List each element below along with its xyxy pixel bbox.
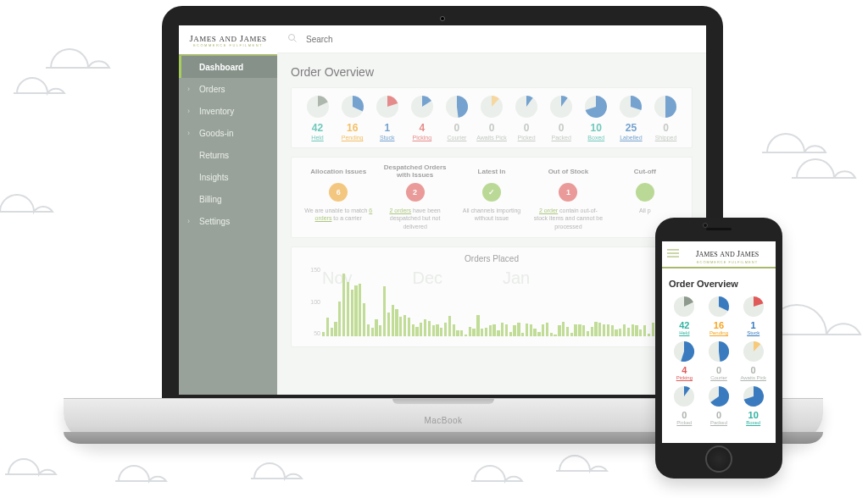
- status-link[interactable]: 2 orders: [389, 208, 411, 213]
- overview-item-awaits[interactable]: 0Awaits Pick: [474, 95, 509, 141]
- phone-overview-label: Packed: [710, 420, 727, 425]
- bar: [546, 323, 548, 336]
- svg-point-0: [289, 35, 295, 41]
- brand-logo[interactable]: JAMES AND JAMES ECOMMERCE FULFILMENT: [179, 25, 277, 56]
- phone-overview-item[interactable]: 4Picking: [669, 340, 700, 380]
- search-input[interactable]: [304, 34, 696, 45]
- phone-overview-item[interactable]: 0Awaits Pick: [737, 340, 769, 380]
- overview-item-stuck[interactable]: 1Stuck: [370, 95, 404, 141]
- bar: [603, 324, 605, 336]
- overview-label: Held: [311, 135, 323, 141]
- status-link[interactable]: 6 orders: [315, 208, 373, 221]
- overview-item-picked[interactable]: 0Picked: [509, 95, 544, 141]
- chevron-right-icon: ›: [187, 85, 194, 93]
- status-text: 2 order contain out-of-stock items and c…: [533, 207, 603, 230]
- phone-overview-label: Pending: [709, 330, 728, 335]
- bar: [485, 328, 487, 336]
- bar: [521, 333, 524, 337]
- bar: [465, 335, 467, 337]
- overview-label: Awaits Pick: [476, 135, 507, 141]
- y-tick: 100: [300, 299, 320, 305]
- laptop-camera: [440, 16, 445, 21]
- status-link[interactable]: 2 order: [539, 208, 558, 213]
- phone-overview-label: Awaits Pick: [740, 375, 766, 380]
- status-out-of-stock: Out of Stock12 order contain out-of-stoc…: [530, 164, 606, 230]
- phone-home-button[interactable]: [705, 445, 732, 473]
- bar: [652, 323, 654, 336]
- overview-value: 0: [663, 122, 669, 134]
- phone-overview-item[interactable]: 16Pending: [704, 296, 735, 335]
- overview-label: Picked: [518, 135, 536, 141]
- sidebar-item-orders[interactable]: ›Orders: [179, 78, 277, 100]
- overview-label: Picking: [413, 135, 432, 141]
- bar: [513, 325, 515, 336]
- overview-label: Labelled: [620, 135, 642, 141]
- overview-item-labelled[interactable]: 25Labelled: [614, 95, 648, 141]
- phone-overview-item[interactable]: 1Stuck: [737, 296, 769, 335]
- phone-overview-item[interactable]: 10Boxed: [737, 385, 769, 425]
- sidebar-item-goods-in[interactable]: ›Goods-in: [179, 122, 277, 144]
- bar: [326, 318, 329, 336]
- overview-label: Packed: [552, 135, 571, 141]
- status-title: Cut-off: [610, 164, 680, 178]
- status-badge: ✓: [482, 183, 501, 202]
- bar: [387, 313, 390, 337]
- overview-item-picking[interactable]: 4Picking: [404, 95, 439, 141]
- bar: [448, 316, 451, 336]
- phone-overview-item[interactable]: 42Held: [669, 296, 700, 335]
- brand-tagline: ECOMMERCE FULFILMENT: [193, 43, 263, 47]
- overview-value: 0: [559, 122, 565, 134]
- phone-overview-item[interactable]: 0Courier: [704, 340, 735, 380]
- sidebar-item-insights[interactable]: Insights: [179, 166, 277, 188]
- overview-item-shipped[interactable]: 0Shipped: [648, 95, 683, 141]
- phone-overview-item[interactable]: 0Picked: [669, 385, 700, 425]
- status-badge: 2: [406, 183, 425, 202]
- bar: [412, 324, 415, 337]
- overview-item-pending[interactable]: 16Pending: [335, 95, 370, 141]
- overview-item-boxed[interactable]: 10Boxed: [579, 95, 614, 141]
- bar: [639, 329, 642, 336]
- bar: [347, 282, 349, 337]
- phone-overview-value: 42: [679, 320, 689, 330]
- bar: [505, 324, 508, 336]
- bar: [635, 325, 637, 336]
- sidebar-item-label: Inventory: [199, 107, 234, 116]
- hamburger-icon[interactable]: [667, 248, 679, 261]
- phone-overview-value: 0: [716, 410, 721, 420]
- status-text: We are unable to match 6 orders to a car…: [303, 207, 373, 223]
- bar: [432, 325, 435, 336]
- chart-title: Orders Placed: [300, 254, 683, 263]
- chart-bars: [322, 274, 683, 336]
- sidebar-item-billing[interactable]: Billing: [179, 188, 277, 210]
- overview-value: 16: [347, 122, 358, 134]
- bar: [444, 323, 447, 336]
- bar: [607, 324, 609, 336]
- status-badge: [636, 183, 654, 202]
- phone-header: JAMES AND JAMES ECOMMERCE FULFILMENT: [662, 241, 776, 268]
- bar: [322, 332, 325, 337]
- sidebar-item-label: Settings: [199, 217, 230, 226]
- bar: [354, 285, 357, 336]
- bar: [456, 330, 459, 336]
- phone-overview-value: 0: [716, 365, 721, 375]
- phone-overview-grid: 42Held16Pending1Stuck4Picking0Courier0Aw…: [669, 296, 769, 425]
- status-text: All p: [610, 207, 680, 214]
- sidebar-item-inventory[interactable]: ›Inventory: [179, 100, 277, 122]
- page-title: Order Overview: [291, 65, 693, 79]
- overview-item-packed[interactable]: 0Packed: [544, 95, 579, 141]
- bar: [566, 327, 569, 336]
- bar: [594, 322, 597, 337]
- bar: [440, 328, 442, 336]
- bar: [338, 302, 341, 337]
- sidebar-item-returns[interactable]: Returns: [179, 144, 277, 166]
- overview-item-held[interactable]: 42Held: [300, 95, 335, 141]
- phone-overview-item[interactable]: 0Packed: [704, 385, 735, 425]
- bar: [375, 319, 377, 337]
- sidebar-item-dashboard[interactable]: Dashboard: [179, 56, 277, 78]
- y-tick: 150: [300, 267, 320, 273]
- sidebar-item-settings[interactable]: ›Settings: [179, 210, 277, 232]
- chevron-right-icon: ›: [187, 107, 194, 115]
- overview-item-courier[interactable]: 0Courier: [439, 95, 474, 141]
- bar: [574, 324, 576, 336]
- status-badge: 1: [559, 183, 577, 202]
